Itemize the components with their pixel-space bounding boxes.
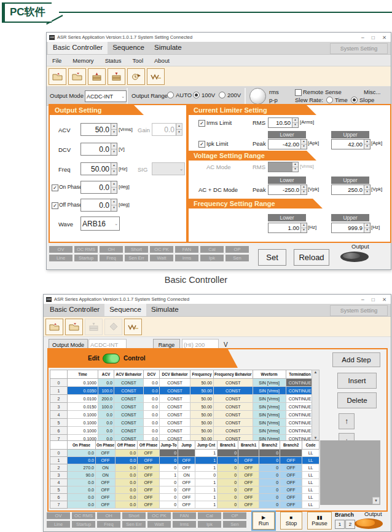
menu-memory[interactable]: Memory [67,57,99,64]
table-row[interactable]: 30.0150100.0CONST0.0CONST50.00CONSTSIN [… [50,403,315,411]
cell[interactable]: 0.0 [144,419,160,427]
ipk-upper-field[interactable]: 42.00▲▼ [331,139,370,149]
cell[interactable]: 0.0 [98,379,114,387]
cell[interactable]: LL [302,494,319,501]
table-row[interactable]: 40.10000.0CONST0.0CONST50.00CONSTSIN [Vr… [50,411,315,419]
cell[interactable]: 1 [50,387,68,395]
pause-button[interactable]: ▮▮Pause [307,512,332,530]
cell[interactable]: CONST [160,419,190,427]
cell[interactable]: 0.0 [116,501,138,509]
close-button[interactable]: ✕ [382,34,386,41]
cell[interactable]: CONST [160,379,190,387]
cell[interactable]: 1 [50,457,68,464]
waveform-icon[interactable] [124,319,142,335]
cell[interactable]: 0 [195,472,218,479]
minimize-button[interactable]: – [361,34,364,41]
cell[interactable]: OFF [280,457,302,464]
cell[interactable]: 0.0 [98,419,114,427]
cell[interactable]: 0.0 [68,486,96,494]
cell[interactable]: 1 [195,457,218,464]
cell[interactable]: ON [96,464,116,472]
delete-button[interactable]: Delete [337,392,377,408]
cell[interactable]: LL [302,457,319,464]
table-row[interactable]: 60.10000.0CONST0.0CONST50.00CONSTSIN [Vr… [50,427,315,435]
cell[interactable]: CONTINUE [286,419,314,427]
cell[interactable]: 1 [195,450,218,457]
table-row[interactable]: 70.0OFF0.0OFF0OFF10OFF0OFFLL [50,501,319,509]
cell[interactable]: SIN [Vrms] [253,379,286,387]
cell[interactable]: CONTINUE [286,403,314,411]
cell[interactable] [178,450,195,457]
cell[interactable]: 50.00 [190,411,214,419]
cell[interactable]: CONST [114,395,144,403]
set-button[interactable]: Set [258,249,286,266]
dcv-field[interactable]: 0.0▲▼ [80,143,117,156]
cell[interactable]: 0 [160,479,178,486]
cell[interactable]: OFF [280,486,302,494]
freq-lower-field[interactable]: 1.00▲▼ [268,223,307,233]
minimize-button[interactable]: – [361,296,364,303]
cell[interactable]: 0.0 [116,472,138,479]
cell[interactable]: 0 [259,472,280,479]
cell[interactable]: 0.0 [68,494,96,501]
table-row[interactable]: 50.0OFF0.0OFF0OFF10OFF0OFFLL [50,486,319,494]
range-200v-radio[interactable]: 200V [219,92,241,98]
cell[interactable]: OFF [138,457,160,464]
cell[interactable]: OFF [138,486,160,494]
ipk-lower-field[interactable]: -42.00▲▼ [268,139,307,149]
cell[interactable]: OFF [96,450,116,457]
cell[interactable]: 0.0 [144,427,160,435]
cell[interactable]: SIN [Vrms] [253,387,286,395]
cell[interactable]: 0.0 [116,450,138,457]
irms-field[interactable]: 10.50▲▼ [268,117,299,128]
cell[interactable]: 50.00 [190,379,214,387]
menu-about[interactable]: About [149,57,175,64]
cell[interactable]: LL [302,464,319,472]
output-mode-select[interactable]: ACDC-INT⌄ [85,90,127,102]
reload-button[interactable]: Reload [294,249,329,266]
cell[interactable]: CONST [160,387,190,395]
cell[interactable]: LL [302,501,319,509]
scroll-down-icon[interactable]: ▼ [314,436,318,440]
cell[interactable]: OFF [178,464,195,472]
cell[interactable]: CONST [160,403,190,411]
cell[interactable]: OFF [280,494,302,501]
cell[interactable]: 270.0 [68,464,96,472]
branch1-button[interactable]: 1 [335,520,345,529]
cell[interactable]: 6 [50,427,68,435]
cell[interactable]: LL [302,486,319,494]
spinner[interactable]: ▲▼ [364,140,370,149]
slew-slope-radio[interactable]: Slope [351,97,374,103]
maximize-button[interactable]: □ [372,296,375,303]
table-row[interactable]: 50.10000.0CONST0.0CONST50.00CONSTSIN [Vr… [50,419,315,427]
cell[interactable]: 0 [218,479,238,486]
cell[interactable]: 5 [50,419,68,427]
cell[interactable]: OFF [238,494,259,501]
cell[interactable]: LL [302,450,319,457]
cell[interactable]: OFF [238,472,259,479]
range-100v-radio[interactable]: 100V [193,92,215,98]
cell[interactable]: 0 [160,486,178,494]
spinner[interactable]: ▲▼ [300,223,307,232]
cell[interactable]: 0.0150 [68,403,98,411]
cell[interactable]: 50.00 [190,427,214,435]
cell[interactable]: OFF [138,494,160,501]
tab-basic-controller[interactable]: Basic Controller [48,42,108,54]
cell[interactable]: 3 [50,403,68,411]
close-button[interactable]: ✕ [382,296,386,303]
cell[interactable]: CONST [114,427,144,435]
gain-field[interactable]: 0.0▲▼ [152,123,182,136]
cell[interactable]: 0 [160,450,178,457]
irms-limit-checkbox[interactable]: ✓ [198,120,205,127]
cell[interactable]: 0.0 [144,411,160,419]
spinner[interactable]: ▲▼ [111,163,117,175]
cell[interactable]: CONST [114,403,144,411]
table-row[interactable]: 60.0OFF0.0OFF0OFF10OFF0OFFLL [50,494,319,501]
scroll-up-icon[interactable]: ▲ [314,370,318,374]
menu-file[interactable]: File [47,57,67,64]
cell[interactable]: 0.0 [98,427,114,435]
cell[interactable]: OFF [280,479,302,486]
spinner[interactable]: ▲▼ [111,199,117,211]
off-phase-checkbox[interactable]: ✓ [52,202,58,209]
cell[interactable]: 0.0 [68,501,96,509]
